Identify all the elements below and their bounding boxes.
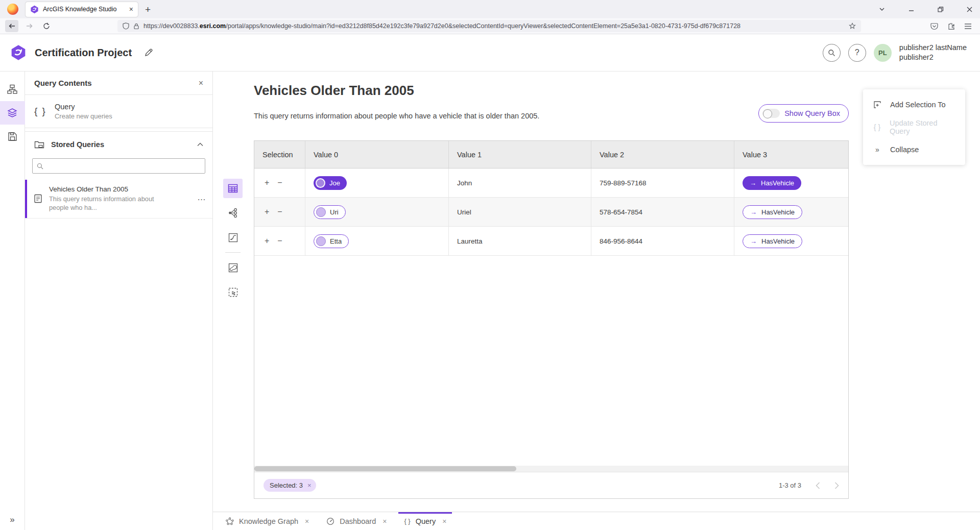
- next-page-icon[interactable]: [834, 482, 839, 489]
- selected-count-chip[interactable]: Selected: 3 ×: [264, 479, 316, 492]
- stored-queries-header[interactable]: Stored Queries: [25, 132, 212, 157]
- table-cell-selection: +−: [254, 227, 305, 255]
- relationship-label: HasVehicle: [761, 237, 795, 245]
- previous-page-icon[interactable]: [816, 482, 820, 489]
- search-icon[interactable]: [823, 44, 841, 62]
- column-header: Value 0: [305, 141, 449, 168]
- url-text[interactable]: https://dev0028833.esri.com/portal/apps/…: [144, 22, 740, 30]
- remove-from-selection-icon[interactable]: −: [277, 208, 282, 216]
- relationship-pill[interactable]: →HasVehicle: [743, 234, 802, 248]
- arrow-icon: →: [750, 208, 757, 216]
- map-view-icon[interactable]: [223, 258, 243, 277]
- project-title: Certification Project: [35, 47, 132, 59]
- layers-icon[interactable]: [0, 101, 25, 125]
- app-header: Certification Project ? PL publisher2 la…: [0, 34, 980, 71]
- show-query-box-toggle[interactable]: Show Query Box: [758, 104, 849, 123]
- add-to-selection-icon[interactable]: +: [265, 208, 269, 216]
- table-cell-selection: +−: [254, 198, 305, 226]
- query-item-title: Query: [55, 103, 112, 111]
- lock-icon[interactable]: [133, 23, 139, 30]
- forward-icon[interactable]: [22, 20, 36, 32]
- bookmark-star-icon[interactable]: [849, 22, 856, 30]
- search-input[interactable]: [47, 162, 201, 170]
- close-tab-icon[interactable]: ×: [383, 517, 387, 525]
- stored-query-item[interactable]: Vehicles Older Than 2005 This query retu…: [25, 180, 212, 219]
- tracking-shield-icon[interactable]: [123, 22, 129, 30]
- entity-pill[interactable]: Uri: [314, 205, 346, 219]
- table-cell-selection: +−: [254, 168, 305, 197]
- new-tab-button[interactable]: +: [145, 5, 151, 14]
- firefox-icon[interactable]: [7, 4, 18, 15]
- table-row: +−JoeJohn759-889-57168→HasVehicle: [254, 168, 848, 198]
- expand-rail-icon[interactable]: »: [10, 515, 14, 525]
- pocket-icon[interactable]: [930, 22, 938, 30]
- selection-tool-icon[interactable]: [223, 282, 243, 302]
- tab-query[interactable]: { } Query ×: [395, 512, 455, 530]
- browser-navbar: https://dev0028833.esri.com/portal/apps/…: [0, 18, 980, 34]
- new-query-item[interactable]: { } Query Create new queries: [25, 95, 212, 128]
- minimize-icon[interactable]: [908, 6, 915, 13]
- arcgis-knowledge-logo: [10, 44, 27, 61]
- reload-icon[interactable]: [40, 20, 53, 32]
- scrollbar-thumb[interactable]: [254, 466, 516, 471]
- table-view-icon[interactable]: [223, 179, 243, 198]
- left-rail: »: [0, 71, 25, 530]
- back-icon[interactable]: [5, 20, 18, 32]
- close-tab-icon[interactable]: ×: [442, 517, 446, 525]
- table-cell-entity: Uri: [305, 198, 449, 226]
- table-cell-entity: Etta: [305, 227, 449, 255]
- stored-query-description: This query returns information about peo…: [49, 195, 161, 212]
- tab-close-icon[interactable]: ×: [129, 6, 133, 13]
- url-bar[interactable]: https://dev0028833.esri.com/portal/apps/…: [117, 20, 861, 32]
- help-icon[interactable]: ?: [848, 44, 866, 62]
- relationship-label: HasVehicle: [761, 179, 794, 187]
- list-tabs-icon[interactable]: [878, 6, 886, 13]
- chart-view-icon[interactable]: [223, 228, 243, 247]
- entity-pill[interactable]: Etta: [314, 234, 349, 248]
- remove-from-selection-icon[interactable]: −: [277, 179, 282, 187]
- cell-value: 578-654-7854: [591, 198, 734, 226]
- data-model-icon[interactable]: [0, 78, 25, 101]
- menu-hamburger-icon[interactable]: [964, 23, 972, 30]
- clear-selection-icon[interactable]: ×: [307, 482, 312, 489]
- restore-icon[interactable]: [937, 6, 944, 13]
- relationship-pill[interactable]: →HasVehicle: [743, 205, 802, 219]
- chevron-up-icon[interactable]: [197, 142, 203, 147]
- item-options-icon[interactable]: …: [197, 192, 206, 203]
- browser-tab[interactable]: ArcGIS Knowledge Studio ×: [26, 2, 138, 17]
- menu-item-add-selection-to[interactable]: Add Selection To: [863, 93, 965, 116]
- table-cell-entity: Joe: [305, 168, 449, 197]
- column-header: Value 1: [449, 141, 591, 168]
- column-header: Value 2: [591, 141, 734, 168]
- user-info[interactable]: publisher2 lastName publisher2: [899, 43, 967, 62]
- extensions-puzzle-icon[interactable]: [947, 22, 955, 30]
- cell-value: Uriel: [449, 198, 591, 226]
- entity-label: Uri: [330, 208, 339, 216]
- stored-query-search[interactable]: [32, 158, 205, 174]
- query-contents-panel: Query Contents × { } Query Create new qu…: [25, 71, 213, 530]
- user-avatar[interactable]: PL: [874, 44, 892, 62]
- tab-knowledge-graph[interactable]: Knowledge Graph ×: [217, 512, 318, 530]
- menu-item-collapse[interactable]: » Collapse: [863, 138, 965, 161]
- dashboard-gauge-icon: [326, 517, 334, 525]
- link-chart-icon[interactable]: [223, 203, 243, 223]
- selection-context-menu: Add Selection To { } Update Stored Query…: [863, 89, 965, 165]
- close-window-icon[interactable]: [966, 6, 973, 13]
- save-icon[interactable]: [0, 125, 25, 148]
- user-name: publisher2 lastName: [899, 43, 967, 53]
- entity-pill[interactable]: Joe: [314, 176, 347, 190]
- tab-title: ArcGIS Knowledge Studio: [43, 6, 125, 13]
- page-description: This query returns information about peo…: [254, 112, 539, 120]
- panel-close-icon[interactable]: ×: [199, 79, 203, 88]
- remove-from-selection-icon[interactable]: −: [277, 237, 282, 245]
- tab-dashboard[interactable]: Dashboard ×: [318, 512, 395, 530]
- add-to-selection-icon[interactable]: +: [265, 179, 269, 187]
- close-tab-icon[interactable]: ×: [305, 517, 309, 525]
- relationship-pill[interactable]: →HasVehicle: [743, 176, 801, 190]
- menu-item-update-stored-query[interactable]: { } Update Stored Query: [863, 116, 965, 138]
- horizontal-scrollbar[interactable]: [254, 466, 848, 472]
- panel-title: Query Contents: [34, 79, 92, 87]
- view-toolbar: [223, 179, 243, 302]
- add-to-selection-icon[interactable]: +: [265, 237, 269, 245]
- edit-title-pencil-icon[interactable]: [144, 48, 153, 57]
